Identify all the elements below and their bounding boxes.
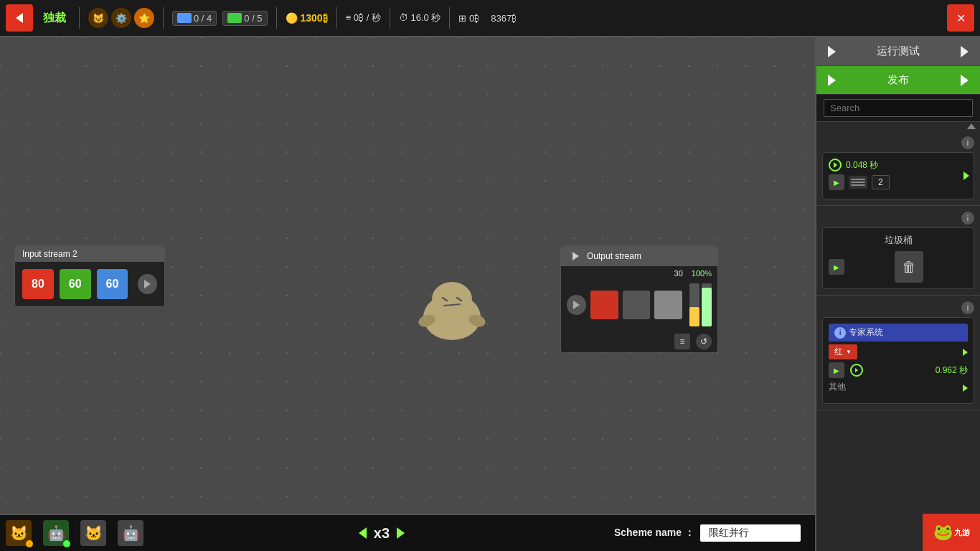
input-play-btn[interactable] bbox=[138, 274, 157, 294]
timer-row: 0.048 秒 bbox=[829, 159, 968, 171]
layers-icon[interactable]: ≡ bbox=[674, 334, 690, 349]
output-node-header: Output stream bbox=[561, 246, 717, 266]
trash-card: 垃圾桶 ▶ 🗑 bbox=[822, 227, 974, 289]
main-layout: Input stream 2 80 60 60 bbox=[0, 37, 980, 551]
other-row-arrow bbox=[963, 385, 968, 392]
num-badge: 2 bbox=[872, 175, 890, 189]
color-selector[interactable]: 红 ▼ bbox=[829, 344, 857, 359]
scroll-up-area bbox=[816, 122, 980, 131]
timer-display: ⏱ 16.0 秒 bbox=[399, 11, 441, 24]
trash-row: ▶ 🗑 bbox=[829, 251, 968, 283]
expert-play-btn[interactable]: ▶ bbox=[829, 362, 844, 378]
svg-point-2 bbox=[432, 282, 472, 316]
separator5 bbox=[390, 7, 390, 29]
output-color-gray1 bbox=[623, 291, 651, 319]
char-btn-4[interactable]: 🤖 bbox=[112, 514, 149, 551]
run-test-btn[interactable]: 运行测试 bbox=[816, 37, 980, 66]
line1 bbox=[851, 179, 865, 180]
char-btn-2[interactable]: 🤖 bbox=[37, 514, 75, 551]
output-bottom-icons: ≡ ↺ bbox=[561, 331, 717, 352]
char-btn-1[interactable]: 🐱 bbox=[0, 514, 37, 551]
trash-section-header: i bbox=[822, 212, 974, 225]
other-label: 其他 bbox=[829, 381, 846, 393]
stat1-display: ⊞ 0₿ bbox=[458, 13, 479, 24]
slider1 bbox=[689, 283, 699, 326]
publish-label: 发布 bbox=[887, 73, 909, 87]
color3-val: 60 bbox=[106, 278, 119, 291]
info-btn-2[interactable]: i bbox=[961, 212, 974, 225]
line3 bbox=[851, 184, 865, 186]
nav-left-icon[interactable] bbox=[359, 527, 367, 539]
char-icon-2[interactable]: ⚙️ bbox=[111, 8, 131, 28]
timer-val: 16.0 秒 bbox=[411, 12, 441, 23]
separator3 bbox=[276, 7, 277, 29]
coin-unit: ₿ bbox=[323, 12, 328, 24]
panel-section-trash: i 垃圾桶 ▶ 🗑 bbox=[816, 206, 980, 296]
svg-marker-0 bbox=[16, 13, 23, 23]
stat2-val: 8367₿ bbox=[491, 13, 517, 24]
slider1-fill bbox=[689, 307, 699, 326]
nav-right-icon[interactable] bbox=[397, 527, 405, 539]
output-val2: 100% bbox=[692, 269, 712, 278]
char2-dot bbox=[63, 540, 70, 547]
counter1-icon bbox=[177, 13, 192, 23]
back-button[interactable] bbox=[6, 4, 33, 32]
search-area bbox=[816, 95, 980, 122]
input-node-body: 80 60 60 bbox=[15, 262, 164, 306]
output-top-vals: 30 100% bbox=[561, 266, 717, 279]
expert-timer-row: ▶ 0.962 秒 bbox=[829, 362, 968, 378]
counter1-val: 0 / 4 bbox=[194, 13, 212, 24]
output-val1: 30 bbox=[674, 269, 683, 278]
right-panel: 运行测试 发布 i 0.048 秒 bbox=[815, 37, 980, 551]
slider2 bbox=[702, 283, 712, 326]
info-btn-1[interactable]: i bbox=[961, 136, 974, 149]
counter2-val: 0 / 5 bbox=[244, 13, 262, 24]
scheme-input[interactable] bbox=[700, 524, 801, 542]
exit-button[interactable]: ✕ bbox=[947, 4, 974, 32]
output-body-play[interactable] bbox=[567, 295, 586, 315]
expert-card: i 专家系统 红 ▼ ▶ 0.962 秒 bbox=[822, 317, 974, 404]
speed-display: ≡ 0₿ / 秒 bbox=[346, 11, 381, 24]
char-icon-1[interactable]: 🐱 bbox=[88, 8, 108, 28]
char-btn-3[interactable]: 🐱 bbox=[75, 514, 112, 551]
num-row: ▶ 2 bbox=[829, 174, 968, 190]
char-icon-3[interactable]: ⭐ bbox=[134, 8, 154, 28]
bottom-toolbar: 🐱 🤖 🐱 🤖 x3 Scheme name ： bbox=[0, 514, 815, 551]
output-stream-node[interactable]: Output stream 30 100% bbox=[560, 245, 718, 353]
char4-icon: 🤖 bbox=[118, 520, 143, 546]
timer-inner bbox=[834, 162, 837, 168]
output-sliders bbox=[689, 283, 712, 326]
canvas-area[interactable]: Input stream 2 80 60 60 bbox=[0, 37, 815, 551]
input-node-title: Input stream 2 bbox=[22, 249, 77, 259]
separator2 bbox=[163, 7, 164, 29]
info-btn-3[interactable]: i bbox=[961, 301, 974, 314]
output-body bbox=[561, 279, 717, 331]
search-input[interactable] bbox=[824, 99, 973, 117]
expert-title: 专家系统 bbox=[849, 326, 883, 339]
scroll-up-icon[interactable] bbox=[967, 123, 976, 129]
mascot-svg bbox=[413, 274, 491, 346]
refresh-icon[interactable]: ↺ bbox=[696, 334, 712, 349]
output-play-btn[interactable] bbox=[568, 249, 583, 263]
publish-btn[interactable]: 发布 bbox=[816, 66, 980, 95]
color-block-blue: 60 bbox=[97, 269, 128, 299]
char1-dot bbox=[26, 540, 33, 547]
card-play-btn[interactable]: ▶ bbox=[829, 174, 844, 190]
expert-timer-val: 0.962 秒 bbox=[936, 364, 968, 377]
stat1-val: 0₿ bbox=[469, 13, 479, 24]
expert-title-bar: i 专家系统 bbox=[829, 324, 968, 342]
play-icon2 bbox=[573, 301, 580, 309]
play-icon bbox=[144, 280, 151, 288]
timer-val: 0.048 秒 bbox=[846, 159, 878, 171]
multiplier-nav: x3 bbox=[359, 525, 405, 542]
separator bbox=[79, 7, 80, 29]
publish-icon bbox=[828, 75, 836, 86]
coin-display: 🟡 1300₿ bbox=[286, 12, 328, 24]
separator4 bbox=[336, 7, 337, 29]
expert-other-row: 其他 bbox=[829, 381, 968, 395]
input-node-header: Input stream 2 bbox=[15, 246, 164, 262]
trash-play-btn[interactable]: ▶ bbox=[829, 259, 844, 275]
input-stream-node[interactable]: Input stream 2 80 60 60 bbox=[14, 245, 165, 307]
mode-label: 独裁 bbox=[43, 11, 66, 26]
expert-i-icon: i bbox=[834, 327, 846, 339]
